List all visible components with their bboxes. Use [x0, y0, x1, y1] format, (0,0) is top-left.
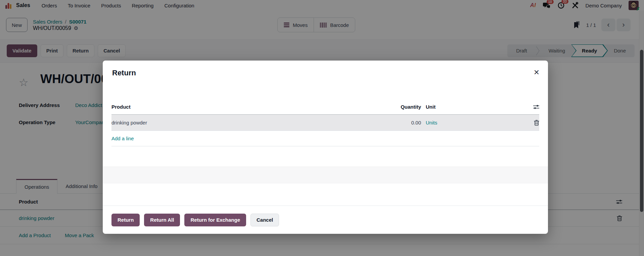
- modal-return-all-button[interactable]: Return All: [144, 214, 180, 226]
- dialog-header: Return ×: [103, 61, 548, 84]
- modal-cancel-button[interactable]: Cancel: [250, 214, 279, 226]
- close-icon[interactable]: ×: [534, 69, 539, 76]
- quantity-column-header: Quantity: [381, 104, 421, 110]
- unit-cell[interactable]: Units: [421, 120, 525, 125]
- unit-column-header: Unit: [421, 104, 525, 110]
- product-cell[interactable]: drinking powder: [111, 120, 381, 125]
- optional-columns-icon[interactable]: [533, 105, 539, 109]
- add-a-line-row: Add a line: [111, 131, 539, 146]
- return-dialog: Return × Product Quantity Unit: [103, 61, 548, 234]
- product-column-header: Product: [111, 104, 381, 110]
- odoo-app-window: Sales Orders To Invoice Products Reporti…: [0, 0, 644, 256]
- delete-line-icon[interactable]: [534, 120, 539, 126]
- add-a-line-link[interactable]: Add a line: [111, 136, 134, 141]
- return-table-header: Product Quantity Unit: [111, 99, 539, 115]
- return-line-row[interactable]: drinking powder 0.00 Units: [111, 115, 539, 131]
- modal-return-button[interactable]: Return: [111, 214, 140, 226]
- dialog-title: Return: [112, 69, 136, 77]
- empty-row-band: [103, 167, 548, 183]
- quantity-cell[interactable]: 0.00: [381, 120, 421, 125]
- return-lines-table: Product Quantity Unit: [111, 99, 539, 183]
- dialog-body: Product Quantity Unit: [103, 99, 548, 183]
- dialog-footer: Return Return All Return for Exchange Ca…: [103, 206, 548, 234]
- modal-return-for-exchange-button[interactable]: Return for Exchange: [184, 214, 246, 226]
